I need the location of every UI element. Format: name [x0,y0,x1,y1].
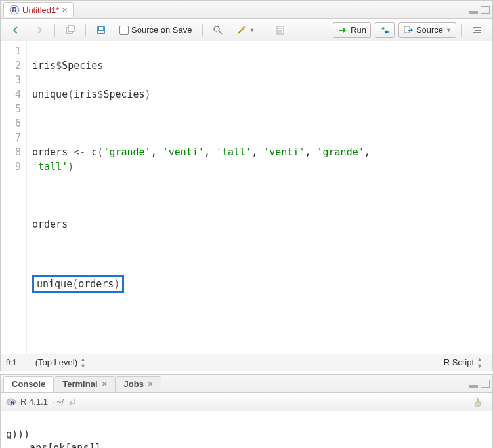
run-label: Run [351,25,366,35]
compile-report-button[interactable] [270,22,290,38]
tab-terminal[interactable]: Terminal✕ [54,376,115,392]
code-editor[interactable]: 1 2 3 4 5 6 7 8 9 iris$Species unique(ir… [1,41,492,354]
wand-icon [236,25,247,35]
arrow-left-icon [11,25,21,35]
forward-button[interactable] [30,22,49,38]
broom-icon [472,397,482,407]
svg-rect-14 [404,26,410,33]
editor-status-bar: 9:1 (Top Level) ▲▼ R Script ▲▼ [1,354,492,371]
highlighted-code: unique(orders) [32,275,124,293]
working-dir: · ~/ [52,397,64,407]
save-button[interactable] [91,22,111,38]
notebook-icon [275,25,286,35]
r-version: R 4.1.1 [20,397,48,407]
tab-console[interactable]: Console [3,376,54,392]
source-icon [403,25,414,35]
source-on-save-label: Source on Save [131,25,192,35]
minimize-icon[interactable] [469,385,478,388]
popout-icon [65,25,75,35]
rerun-icon [379,25,390,35]
editor-tab-bar: R Untitled1* ✕ [1,1,492,19]
source-button[interactable]: Source ▼ [398,22,456,38]
console-output[interactable]: g))) ans[ok[ans]] } <bytecode: 0x0000025… [1,411,492,448]
editor-pane: R Untitled1* ✕ Source on Save ▼ Run Sour… [0,0,493,371]
search-icon [213,25,223,35]
svg-text:R: R [12,7,17,14]
scope-selector[interactable]: (Top Level) ▲▼ [31,354,91,372]
maximize-icon[interactable] [481,380,490,388]
r-logo-icon: R [6,397,16,407]
svg-line-8 [219,31,222,34]
maximize-icon[interactable] [481,6,490,14]
close-icon[interactable]: ✕ [102,380,107,388]
code-content: iris$Species unique(iris$Species) orders… [27,41,381,354]
svg-point-7 [214,26,219,31]
back-button[interactable] [6,22,26,38]
svg-text:R: R [11,399,15,406]
source-on-save-toggle[interactable]: Source on Save [115,22,197,37]
find-button[interactable] [208,22,228,38]
svg-rect-5 [99,27,103,30]
language-selector[interactable]: R Script ▲▼ [439,354,487,372]
save-icon [96,25,106,35]
outline-icon [472,25,482,35]
console-pane: Console Terminal✕ Jobs✕ R R 4.1.1 · ~/ g… [0,374,493,448]
tab-title: Untitled1* [22,5,59,15]
outline-button[interactable] [467,22,487,38]
run-icon [337,25,348,35]
svg-rect-3 [68,26,74,31]
tab-jobs[interactable]: Jobs✕ [116,376,161,392]
code-tools-button[interactable]: ▼ [232,22,260,38]
checkbox-icon [119,26,129,35]
source-label: Source [416,25,443,35]
window-controls [469,380,490,388]
editor-toolbar: Source on Save ▼ Run Source ▼ [1,19,492,41]
svg-line-20 [477,398,479,402]
r-file-icon: R [9,5,20,15]
close-icon[interactable]: ✕ [148,380,153,388]
editor-tab[interactable]: R Untitled1* ✕ [3,2,74,17]
rerun-button[interactable] [375,22,395,38]
window-controls [469,6,490,14]
minimize-icon[interactable] [469,11,478,14]
console-sub-bar: R R 4.1.1 · ~/ [1,393,492,411]
return-icon[interactable] [68,397,78,407]
svg-rect-6 [98,31,104,33]
clear-console-button[interactable] [467,394,487,410]
cursor-position: 9:1 [6,358,17,367]
gutter: 1 2 3 4 5 6 7 8 9 [1,41,27,354]
show-in-new-window-button[interactable] [60,22,80,38]
console-tab-bar: Console Terminal✕ Jobs✕ [1,375,492,393]
arrow-right-icon [34,25,45,35]
close-icon[interactable]: ✕ [62,6,68,14]
run-button[interactable]: Run [333,22,371,38]
